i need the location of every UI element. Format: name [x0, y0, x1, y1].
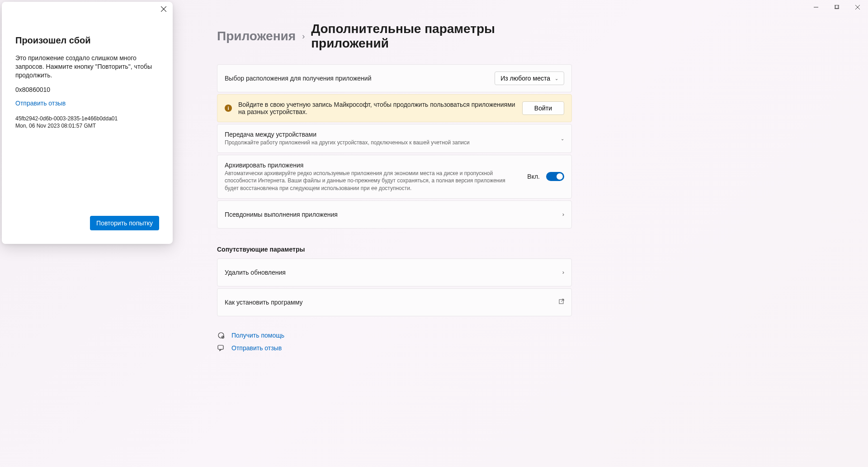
chevron-right-icon: ›	[562, 269, 564, 276]
signin-button[interactable]: Войти	[522, 101, 564, 115]
dialog-message: Это приложение создало слишком много зап…	[15, 54, 159, 80]
related-header: Сопутствующие параметры	[217, 246, 572, 253]
maximize-button[interactable]	[826, 0, 847, 14]
bottom-links: Получить помощь Отправить отзыв	[217, 329, 572, 354]
info-icon: i	[225, 105, 232, 112]
share-devices-subtitle: Продолжайте работу приложений на других …	[225, 139, 552, 146]
chevron-down-icon: ⌄	[555, 76, 558, 81]
setting-execution-aliases[interactable]: Псевдонимы выполнения приложения ›	[217, 200, 572, 229]
close-button[interactable]	[847, 0, 868, 14]
app-source-dropdown[interactable]: Из любого места ⌄	[495, 71, 564, 85]
maximize-icon	[835, 5, 839, 10]
chevron-right-icon: ›	[562, 211, 564, 218]
retry-button[interactable]: Повторить попытку	[90, 216, 159, 230]
external-link-icon	[558, 299, 564, 306]
setting-app-source: Выбор расположения для получения приложе…	[217, 64, 572, 92]
banner-text: Войдите в свою учетную запись Майкрософт…	[238, 101, 516, 115]
dialog-request-id: 45fb2942-0d6b-0003-2835-1e466b0dda01	[15, 115, 159, 123]
get-help-label: Получить помощь	[231, 332, 284, 339]
svg-rect-2	[835, 5, 839, 9]
feedback-label: Отправить отзыв	[231, 344, 282, 352]
dialog-timestamp: Mon, 06 Nov 2023 08:01:57 GMT	[15, 122, 159, 130]
archive-apps-toggle[interactable]	[546, 172, 564, 181]
minimize-button[interactable]	[806, 0, 826, 14]
toggle-state-label: Вкл.	[527, 173, 540, 180]
dialog-title: Произошел сбой	[15, 35, 159, 46]
window-controls	[806, 0, 868, 14]
chevron-right-icon: ›	[302, 32, 305, 41]
error-dialog: Произошел сбой Это приложение создало сл…	[2, 2, 173, 244]
how-to-install-label: Как установить программу	[225, 299, 302, 306]
signin-banner: i Войдите в свою учетную запись Майкросо…	[217, 94, 572, 122]
close-icon	[855, 5, 860, 10]
feedback-icon	[217, 344, 225, 352]
how-to-install-link[interactable]: Как установить программу	[217, 288, 572, 316]
toggle-thumb	[557, 173, 563, 180]
uninstall-updates-label: Удалить обновления	[225, 269, 286, 276]
dropdown-value: Из любого места	[500, 75, 550, 82]
chevron-down-icon: ⌄	[561, 136, 564, 141]
setting-share-devices[interactable]: Передача между устройствами Продолжайте …	[217, 124, 572, 153]
uninstall-updates-link[interactable]: Удалить обновления ›	[217, 258, 572, 286]
dialog-feedback-link[interactable]: Отправить отзыв	[15, 100, 159, 107]
svg-rect-11	[218, 345, 223, 349]
help-icon	[217, 331, 225, 339]
give-feedback-link[interactable]: Отправить отзыв	[217, 342, 572, 354]
get-help-link[interactable]: Получить помощь	[217, 329, 572, 342]
setting-app-source-label: Выбор расположения для получения приложе…	[225, 75, 371, 82]
close-icon	[161, 6, 166, 12]
archive-apps-title: Архивировать приложения	[225, 162, 518, 169]
breadcrumb-parent[interactable]: Приложения	[217, 29, 296, 43]
share-devices-title: Передача между устройствами	[225, 131, 552, 138]
dialog-error-code: 0x80860010	[15, 86, 159, 93]
breadcrumb: Приложения › Дополнительные параметры пр…	[217, 22, 572, 51]
aliases-title: Псевдонимы выполнения приложения	[225, 211, 338, 218]
archive-apps-subtitle: Автоматически архивируйте редко использу…	[225, 170, 518, 192]
breadcrumb-current: Дополнительные параметры приложений	[311, 22, 572, 51]
svg-rect-1	[835, 5, 838, 9]
setting-archive-apps: Архивировать приложения Автоматически ар…	[217, 155, 572, 199]
dialog-close-button[interactable]	[159, 5, 168, 14]
main-content: Приложения › Дополнительные параметры пр…	[217, 22, 572, 354]
minimize-icon	[814, 5, 818, 10]
svg-point-9	[218, 333, 224, 338]
